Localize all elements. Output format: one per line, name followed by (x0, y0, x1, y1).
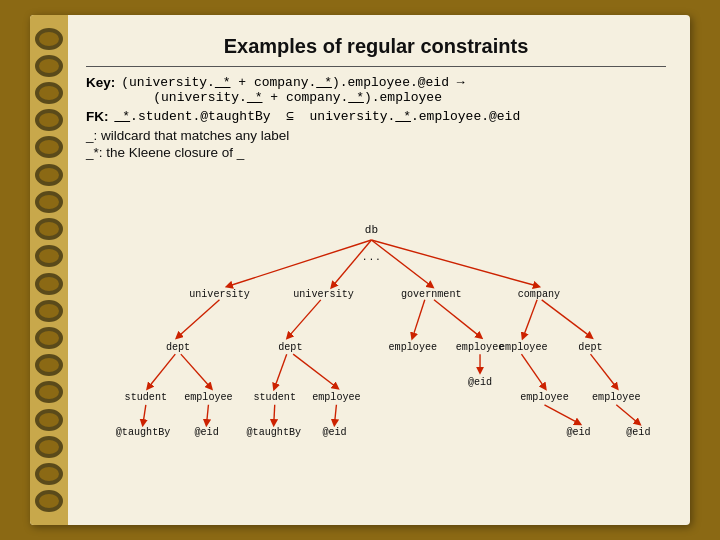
svg-line-2 (371, 240, 431, 286)
spiral-ring (35, 327, 63, 349)
content-area: Examples of regular constraints Key: (un… (68, 15, 690, 525)
node-dept2: dept (278, 342, 302, 353)
node-ataughtby1: @taughtBy (116, 427, 171, 438)
wildcard-note-1: _: wildcard that matches any label (86, 128, 666, 143)
svg-line-20 (335, 405, 337, 423)
svg-line-0 (229, 240, 372, 286)
svg-line-17 (143, 405, 146, 423)
key-expr2: (university._* + company._*).employee (153, 90, 464, 105)
node-emp1: employee (389, 342, 438, 353)
node-emp3: employee (499, 342, 548, 353)
node-univ1: university (189, 289, 250, 300)
spiral-ring (35, 164, 63, 186)
spiral-ring (35, 109, 63, 131)
spiral-ring (35, 218, 63, 240)
node-dots: . . . (363, 249, 380, 263)
notebook: Examples of regular constraints Key: (un… (30, 15, 690, 525)
svg-line-11 (149, 354, 176, 387)
node-ateid1: @eid (468, 377, 492, 388)
node-ateid2: @eid (194, 427, 218, 438)
node-student1: student (125, 392, 167, 403)
svg-line-12 (181, 354, 210, 387)
node-emp6: employee (520, 392, 569, 403)
node-dept1: dept (166, 342, 190, 353)
svg-line-7 (434, 300, 480, 337)
svg-line-8 (523, 300, 537, 337)
svg-line-4 (178, 300, 219, 337)
svg-line-3 (371, 240, 537, 286)
svg-line-9 (542, 300, 591, 337)
spiral-ring (35, 300, 63, 322)
spiral-ring (35, 490, 63, 512)
key-expr1: (university._* + company._*).employee.@e… (121, 75, 464, 90)
wildcard-note-2: _*: the Kleene closure of _ (86, 145, 666, 160)
key-section: Key: (university._* + company._*).employ… (86, 75, 666, 105)
spiral-ring (35, 28, 63, 50)
node-ateid3: @eid (322, 427, 346, 438)
svg-line-21 (544, 405, 578, 423)
svg-line-14 (293, 354, 336, 387)
fk-expr: _*.student.@taughtBy ⊆ university._*.emp… (115, 108, 521, 124)
spiral-ring (35, 354, 63, 376)
svg-line-16 (591, 354, 617, 387)
node-ataughtby2: @taughtBy (247, 427, 302, 438)
spiral-ring (35, 436, 63, 458)
svg-line-22 (616, 405, 638, 423)
tree-svg: db . . . university university governmen… (86, 166, 666, 511)
svg-line-18 (207, 405, 209, 423)
divider (86, 66, 666, 67)
spiral-ring (35, 55, 63, 77)
spiral-ring (35, 191, 63, 213)
svg-line-6 (413, 300, 425, 337)
svg-line-13 (275, 354, 287, 387)
spiral-binding (30, 15, 68, 525)
tree-diagram: db . . . university university governmen… (86, 166, 666, 511)
spiral-ring (35, 273, 63, 295)
fk-label: FK: (86, 109, 109, 124)
svg-line-15 (521, 354, 544, 387)
spiral-ring (35, 136, 63, 158)
svg-line-5 (289, 300, 321, 337)
spiral-ring (35, 463, 63, 485)
node-ateid5: @eid (626, 427, 650, 438)
node-emp4: employee (184, 392, 233, 403)
node-univ2: university (293, 289, 354, 300)
key-label: Key: (86, 75, 115, 90)
svg-line-19 (274, 405, 275, 423)
spiral-ring (35, 82, 63, 104)
spiral-ring (35, 245, 63, 267)
fk-section: FK: _*.student.@taughtBy ⊆ university._*… (86, 108, 666, 124)
node-emp7: employee (592, 392, 641, 403)
node-student2: student (253, 392, 295, 403)
node-dept3: dept (578, 342, 602, 353)
node-govt: government (401, 289, 462, 300)
spiral-ring (35, 409, 63, 431)
node-ateid4: @eid (566, 427, 590, 438)
node-emp5: employee (312, 392, 361, 403)
node-emp2: employee (456, 342, 505, 353)
page-title: Examples of regular constraints (86, 35, 666, 58)
node-company: company (518, 289, 560, 300)
spiral-ring (35, 381, 63, 403)
node-db: db (365, 224, 378, 236)
